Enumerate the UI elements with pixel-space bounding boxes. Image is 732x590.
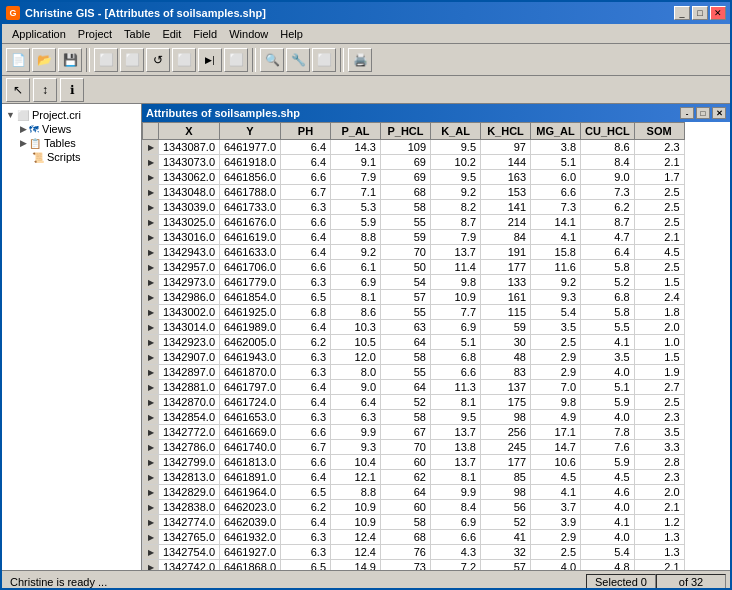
table-row[interactable]: ▶1342786.06461740.06.79.37013.824514.77.…	[143, 440, 685, 455]
row-indicator[interactable]: ▶	[143, 170, 159, 185]
col-header-y[interactable]: Y	[220, 123, 281, 140]
table-row[interactable]: ▶1342957.06461706.06.66.15011.417711.65.…	[143, 260, 685, 275]
table-row[interactable]: ▶1342943.06461633.06.49.27013.719115.86.…	[143, 245, 685, 260]
table-row[interactable]: ▶1342774.06462039.06.410.9586.9523.94.11…	[143, 515, 685, 530]
settings-button[interactable]: 🔧	[286, 48, 310, 72]
table-row[interactable]: ▶1342772.06461669.06.69.96713.725617.17.…	[143, 425, 685, 440]
row-indicator[interactable]: ▶	[143, 455, 159, 470]
pan-tool[interactable]: ↕	[33, 78, 57, 102]
row-indicator[interactable]: ▶	[143, 380, 159, 395]
data-table-container[interactable]: X Y PH P_AL P_HCL K_AL K_HCL MG_AL CU_HC…	[142, 122, 730, 570]
row-indicator[interactable]: ▶	[143, 335, 159, 350]
col-header-k-hcl[interactable]: K_HCL	[481, 123, 531, 140]
table-row[interactable]: ▶1343039.06461733.06.35.3588.21417.36.22…	[143, 200, 685, 215]
table-row[interactable]: ▶1342829.06461964.06.58.8649.9984.14.62.…	[143, 485, 685, 500]
col-header-k-al[interactable]: K_AL	[431, 123, 481, 140]
minimize-button[interactable]: _	[674, 6, 690, 20]
table-row[interactable]: ▶1342765.06461932.06.312.4686.6412.94.01…	[143, 530, 685, 545]
row-indicator[interactable]: ▶	[143, 230, 159, 245]
menu-table[interactable]: Table	[118, 26, 156, 42]
row-indicator[interactable]: ▶	[143, 410, 159, 425]
row-indicator[interactable]: ▶	[143, 350, 159, 365]
table-row[interactable]: ▶1342923.06462005.06.210.5645.1302.54.11…	[143, 335, 685, 350]
row-indicator[interactable]: ▶	[143, 545, 159, 560]
row-indicator[interactable]: ▶	[143, 440, 159, 455]
row-indicator[interactable]: ▶	[143, 305, 159, 320]
tool-3[interactable]: ⬜	[172, 48, 196, 72]
table-row[interactable]: ▶1342742.06461868.06.514.9737.2574.04.82…	[143, 560, 685, 571]
title-bar-buttons[interactable]: _ □ ✕	[674, 6, 726, 20]
tool-6[interactable]: ⬜	[312, 48, 336, 72]
tree-toggle-tables[interactable]: ▶	[20, 138, 27, 148]
info-tool[interactable]: ℹ	[60, 78, 84, 102]
col-header-som[interactable]: SOM	[634, 123, 684, 140]
tree-scripts[interactable]: 📜 Scripts	[20, 150, 137, 164]
row-indicator[interactable]: ▶	[143, 140, 159, 155]
open-button[interactable]: 📂	[32, 48, 56, 72]
row-indicator[interactable]: ▶	[143, 500, 159, 515]
tree-toggle-views[interactable]: ▶	[20, 124, 27, 134]
tool-5[interactable]: ⬜	[224, 48, 248, 72]
col-header-p-al[interactable]: P_AL	[331, 123, 381, 140]
row-indicator[interactable]: ▶	[143, 275, 159, 290]
close-button[interactable]: ✕	[710, 6, 726, 20]
table-row[interactable]: ▶1343025.06461676.06.65.9558.721414.18.7…	[143, 215, 685, 230]
row-indicator[interactable]: ▶	[143, 245, 159, 260]
col-header-ph[interactable]: PH	[281, 123, 331, 140]
refresh-button[interactable]: ↺	[146, 48, 170, 72]
table-row[interactable]: ▶1343073.06461918.06.49.16910.21445.18.4…	[143, 155, 685, 170]
table-row[interactable]: ▶1343048.06461788.06.77.1689.21536.67.32…	[143, 185, 685, 200]
col-header-cu-hcl[interactable]: CU_HCL	[581, 123, 635, 140]
table-row[interactable]: ▶1342838.06462023.06.210.9608.4563.74.02…	[143, 500, 685, 515]
tree-root[interactable]: ▼ ⬜ Project.cri	[6, 108, 137, 122]
search-button[interactable]: 🔍	[260, 48, 284, 72]
table-row[interactable]: ▶1342881.06461797.06.49.06411.31377.05.1…	[143, 380, 685, 395]
table-row[interactable]: ▶1342986.06461854.06.58.15710.91619.36.8…	[143, 290, 685, 305]
menu-edit[interactable]: Edit	[156, 26, 187, 42]
col-header-p-hcl[interactable]: P_HCL	[381, 123, 431, 140]
row-indicator[interactable]: ▶	[143, 515, 159, 530]
table-row[interactable]: ▶1343002.06461925.06.88.6557.71155.45.81…	[143, 305, 685, 320]
table-row[interactable]: ▶1342754.06461927.06.312.4764.3322.55.41…	[143, 545, 685, 560]
row-indicator[interactable]: ▶	[143, 470, 159, 485]
tree-tables[interactable]: ▶ 📋 Tables	[20, 136, 137, 150]
row-indicator[interactable]: ▶	[143, 200, 159, 215]
table-row[interactable]: ▶1342897.06461870.06.38.0556.6832.94.01.…	[143, 365, 685, 380]
col-header-x[interactable]: X	[159, 123, 220, 140]
row-indicator[interactable]: ▶	[143, 320, 159, 335]
row-indicator[interactable]: ▶	[143, 260, 159, 275]
inner-maximize[interactable]: □	[696, 107, 710, 119]
table-row[interactable]: ▶1343014.06461989.06.410.3636.9593.55.52…	[143, 320, 685, 335]
table-row[interactable]: ▶1343087.06461977.06.414.31099.5973.88.6…	[143, 140, 685, 155]
select-tool[interactable]: ↖	[6, 78, 30, 102]
table-row[interactable]: ▶1342870.06461724.06.46.4528.11759.85.92…	[143, 395, 685, 410]
table-row[interactable]: ▶1342813.06461891.06.412.1628.1854.54.52…	[143, 470, 685, 485]
table-row[interactable]: ▶1342907.06461943.06.312.0586.8482.93.51…	[143, 350, 685, 365]
row-indicator[interactable]: ▶	[143, 485, 159, 500]
save-button[interactable]: 💾	[58, 48, 82, 72]
row-indicator[interactable]: ▶	[143, 155, 159, 170]
tool-1[interactable]: ⬜	[94, 48, 118, 72]
inner-close[interactable]: ✕	[712, 107, 726, 119]
tool-4[interactable]: ▶|	[198, 48, 222, 72]
tool-2[interactable]: ⬜	[120, 48, 144, 72]
new-button[interactable]: 📄	[6, 48, 30, 72]
inner-minimize[interactable]: -	[680, 107, 694, 119]
col-header-mg-al[interactable]: MG_AL	[531, 123, 581, 140]
maximize-button[interactable]: □	[692, 6, 708, 20]
row-indicator[interactable]: ▶	[143, 365, 159, 380]
row-indicator[interactable]: ▶	[143, 530, 159, 545]
tree-toggle-root[interactable]: ▼	[6, 110, 15, 120]
menu-field[interactable]: Field	[187, 26, 223, 42]
table-row[interactable]: ▶1343016.06461619.06.48.8597.9844.14.72.…	[143, 230, 685, 245]
inner-title-buttons[interactable]: - □ ✕	[680, 107, 726, 119]
row-indicator[interactable]: ▶	[143, 290, 159, 305]
menu-window[interactable]: Window	[223, 26, 274, 42]
table-row[interactable]: ▶1342973.06461779.06.36.9549.81339.25.21…	[143, 275, 685, 290]
table-row[interactable]: ▶1342799.06461813.06.610.46013.717710.65…	[143, 455, 685, 470]
row-indicator[interactable]: ▶	[143, 425, 159, 440]
menu-application[interactable]: Application	[6, 26, 72, 42]
tree-views[interactable]: ▶ 🗺 Views	[20, 122, 137, 136]
menu-help[interactable]: Help	[274, 26, 309, 42]
row-indicator[interactable]: ▶	[143, 395, 159, 410]
